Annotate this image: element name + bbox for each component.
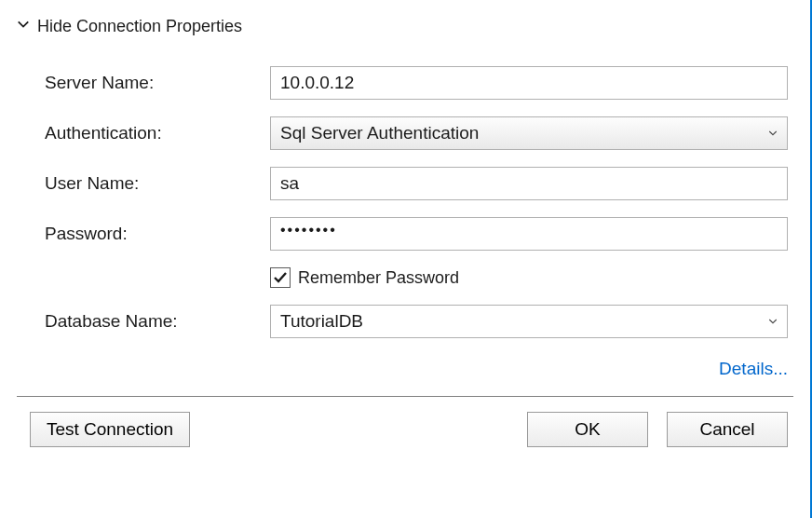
user-name-input[interactable] xyxy=(270,167,788,200)
details-link-label: Details... xyxy=(719,359,788,378)
server-name-input[interactable] xyxy=(270,66,788,100)
cancel-button[interactable]: Cancel xyxy=(667,412,788,447)
authentication-select[interactable]: Sql Server Authentication xyxy=(270,116,788,150)
password-mask: •••••••• xyxy=(280,222,337,238)
section-header-label: Hide Connection Properties xyxy=(37,17,242,36)
password-label: Password: xyxy=(45,224,259,244)
details-link[interactable]: Details... xyxy=(17,359,793,379)
authentication-label: Authentication: xyxy=(45,123,259,143)
test-connection-button[interactable]: Test Connection xyxy=(30,412,190,447)
remember-password-checkbox[interactable] xyxy=(270,267,291,288)
ok-button[interactable]: OK xyxy=(527,412,648,447)
database-name-label: Database Name: xyxy=(45,311,259,332)
divider xyxy=(17,396,793,397)
authentication-value: Sql Server Authentication xyxy=(280,123,479,143)
password-input[interactable]: •••••••• xyxy=(270,217,788,251)
server-name-label: Server Name: xyxy=(45,73,259,93)
user-name-label: User Name: xyxy=(45,173,259,194)
toggle-connection-properties[interactable]: Hide Connection Properties xyxy=(17,17,793,36)
database-name-select[interactable]: TutorialDB xyxy=(270,305,788,338)
database-name-value: TutorialDB xyxy=(280,311,363,332)
remember-password-label: Remember Password xyxy=(298,268,459,288)
chevron-down-icon xyxy=(17,16,30,35)
